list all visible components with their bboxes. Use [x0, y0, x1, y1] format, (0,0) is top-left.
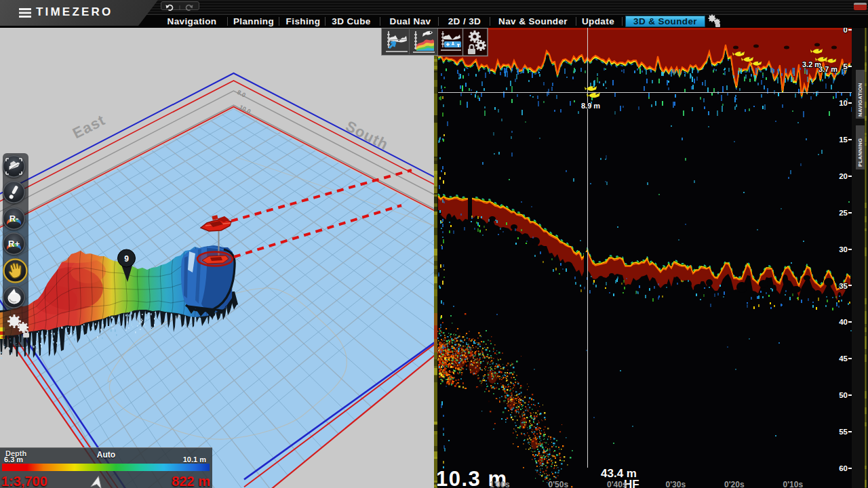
svg-text:R-: R- [9, 214, 19, 224]
svg-text:0'20s: 0'20s [724, 480, 745, 488]
svg-text:0: 0 [844, 28, 848, 34]
svg-text:5: 5 [844, 62, 848, 70]
svg-text:45: 45 [839, 354, 848, 363]
svg-text:9: 9 [124, 254, 129, 264]
svg-text:PLANNING: PLANNING [857, 138, 863, 167]
svg-text:0'30s: 0'30s [666, 480, 686, 488]
svg-text:3.7 m: 3.7 m [818, 65, 837, 73]
svg-text:40: 40 [839, 318, 848, 326]
svg-text:8.9 m: 8.9 m [581, 102, 600, 110]
svg-text:0'40s: 0'40s [607, 480, 627, 488]
svg-text:R+: R+ [8, 239, 20, 249]
svg-text:35: 35 [839, 282, 848, 290]
svg-text:60: 60 [839, 464, 848, 472]
svg-text:30: 30 [839, 245, 848, 253]
svg-text:0'50s: 0'50s [549, 480, 569, 488]
svg-text:50: 50 [839, 391, 848, 399]
svg-text:55: 55 [839, 428, 848, 436]
svg-text:20: 20 [839, 172, 848, 180]
svg-text:0'10s: 0'10s [783, 480, 804, 488]
svg-text:25: 25 [839, 209, 848, 217]
svg-text:10: 10 [839, 99, 848, 107]
svg-text:15: 15 [839, 136, 848, 144]
svg-text:NAVIGATION: NAVIGATION [857, 83, 863, 117]
svg-text:1'00s: 1'00s [490, 480, 510, 488]
